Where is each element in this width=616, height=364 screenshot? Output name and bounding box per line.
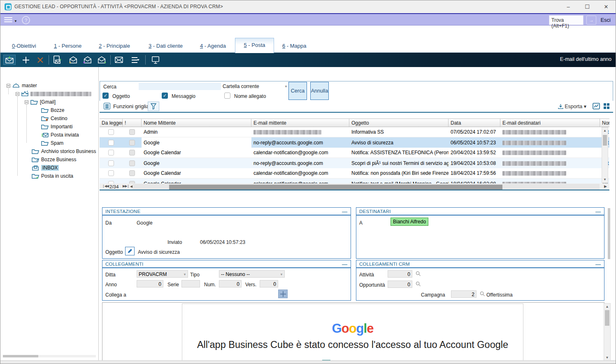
email-row[interactable]: Google no-reply@accounts.google.com Scop… [100,158,609,168]
tab-obiettivi[interactable]: 0-Obiettivi [12,43,36,49]
scrollbar-thumb[interactable] [603,135,607,146]
menu-caret-icon[interactable]: ▼ [14,19,17,23]
priority-checkbox[interactable] [129,140,135,146]
reply-icon[interactable] [67,55,79,65]
collapse-panel-icon[interactable]: — [342,209,347,215]
tipo-dropdown[interactable]: -- Nessuno --▼ [219,270,285,278]
tree-node-gmail[interactable]: [Gmail] [25,98,56,106]
scroll-down-icon[interactable]: ▼ [602,178,608,181]
tree-node-posta-uscita[interactable]: Posta in uscita [32,172,73,180]
vers-field[interactable]: 0 [260,280,278,287]
tree-node-spam[interactable]: Spam [41,139,63,147]
email-row-partial[interactable]: Google Calendar calendar-notification@go… [100,179,609,183]
annulla-button[interactable]: Annulla [310,82,329,100]
collapse-panel-icon[interactable]: — [595,261,601,267]
exit-button[interactable]: Esci [600,17,611,23]
tree-node-cestino[interactable]: Cestino [41,115,67,122]
tree-node-master[interactable]: master [7,82,37,89]
find-box[interactable]: Trova (Alt+F1) [549,15,583,25]
scroll-right-icon[interactable]: ▶ [604,184,607,188]
col-data[interactable]: Data [449,119,500,127]
delete-mail-icon[interactable] [34,55,46,65]
col-email-mittente[interactable]: E-mail mittente [251,119,349,127]
unread-checkbox[interactable] [108,140,114,146]
tree-node-bozze-business[interactable]: Bozze Business [32,156,76,163]
monitor-icon[interactable] [149,55,162,65]
filter-funnel-button[interactable] [148,102,159,111]
receive-mail-icon[interactable] [3,55,16,65]
serie-field[interactable] [181,280,200,287]
add-link-button[interactable] [278,290,288,298]
recipient-chip[interactable]: Bianchi Alfredo [391,218,428,226]
grid-vertical-scrollbar[interactable]: ▲ ▼ [602,127,608,183]
collapse-icon[interactable] [16,92,19,96]
grid-view-icon[interactable] [603,103,610,111]
allegato-checkbox[interactable] [224,93,230,99]
save-mail-document-icon[interactable] [51,55,63,65]
email-row-selected[interactable]: Google no-reply@accounts.google.com Avvi… [100,137,609,148]
tree-node-importanti[interactable]: Importanti [41,123,72,130]
close-button[interactable]: ✕ [597,0,616,13]
search-icon[interactable] [416,271,421,278]
scrollbar-thumb[interactable] [605,310,609,326]
menu-icon[interactable] [4,17,12,23]
collapse-icon[interactable] [25,100,28,104]
maximize-button[interactable]: ☐ [578,0,597,13]
search-input[interactable] [139,83,221,90]
scroll-down-icon[interactable]: ▼ [604,356,610,359]
minimize-button[interactable]: – [559,0,578,13]
tree-node-inbox[interactable]: INBOX [32,164,59,172]
email-row[interactable]: Google Calendar calendar-notification@go… [100,148,609,158]
oggetto-checkbox[interactable]: ✓ [102,93,109,99]
priority-checkbox[interactable] [129,150,135,155]
unread-checkbox[interactable] [108,160,114,166]
esporta-dropdown[interactable]: Esporta ▾ [558,103,586,109]
num-field[interactable]: 0 [219,280,242,287]
ditta-dropdown[interactable]: PROVACRM▼ [137,270,188,278]
last-page-icon[interactable]: ▶▶❘ [123,184,129,188]
exit-icon[interactable]: → [586,16,596,25]
tree-node-bozze[interactable]: Bozze [41,107,64,114]
cerca-button[interactable]: Cerca [288,82,307,100]
chart-view-icon[interactable] [593,103,600,111]
tab-principale[interactable]: 2 - Principale [99,43,130,49]
scrollbar-thumb[interactable] [169,185,502,190]
col-email-destinatari[interactable]: E-mail destinatari [500,119,600,127]
attivita-field[interactable]: 0 [388,270,412,278]
detail-vertical-scrollbar[interactable] [608,208,610,259]
collapse-panel-icon[interactable]: — [595,209,601,215]
forward-icon[interactable] [95,55,108,65]
campagna-field[interactable]: 2 [451,290,477,298]
unread-checkbox[interactable] [108,129,114,135]
tree-node-posta-inviata[interactable]: Posta inviata [41,131,79,139]
scroll-up-icon[interactable]: ▲ [604,305,610,308]
preview-vertical-scrollbar[interactable]: ▲ ▼ [604,303,611,361]
col-priority[interactable]: ! [123,119,142,127]
tab-posta-active[interactable]: 5 - Posta [235,38,274,53]
collapse-icon[interactable] [7,84,10,88]
unread-checkbox[interactable] [108,150,114,155]
help-icon[interactable]: ? [22,16,30,24]
opportunita-field[interactable]: 0 [388,281,412,288]
priority-checkbox[interactable] [129,170,135,176]
col-oggetto[interactable]: Oggetto [349,119,449,127]
tree-node-account[interactable] [16,90,91,97]
list-options-icon[interactable] [129,55,142,65]
unread-checkbox[interactable] [108,170,114,176]
col-nome-mittente[interactable]: Nome Mittente [142,119,251,127]
grid-horizontal-scrollbar[interactable] [132,184,600,190]
first-page-icon[interactable]: ❘◀◀ [102,184,109,188]
search-icon[interactable] [480,291,485,298]
col-da-leggere[interactable]: Da leggere [100,119,123,127]
funzioni-griglia-button[interactable]: Funzioni griglia [113,103,149,109]
edit-oggetto-button[interactable] [125,247,135,255]
messaggio-checkbox[interactable]: ✓ [162,93,168,99]
scroll-up-icon[interactable]: ▲ [602,129,608,132]
tab-mappa[interactable]: 6 - Mappa [282,43,307,49]
reply-all-icon[interactable] [81,55,94,65]
email-row[interactable]: Admin Informativa SS 07/05/2024 17:02:07… [100,127,609,137]
collapse-panel-icon[interactable]: — [342,261,347,267]
mark-read-icon[interactable] [113,55,125,65]
email-row[interactable]: Google Calendar calendar-notification@go… [100,168,609,179]
tab-persone[interactable]: 1 - Persone [54,43,81,49]
